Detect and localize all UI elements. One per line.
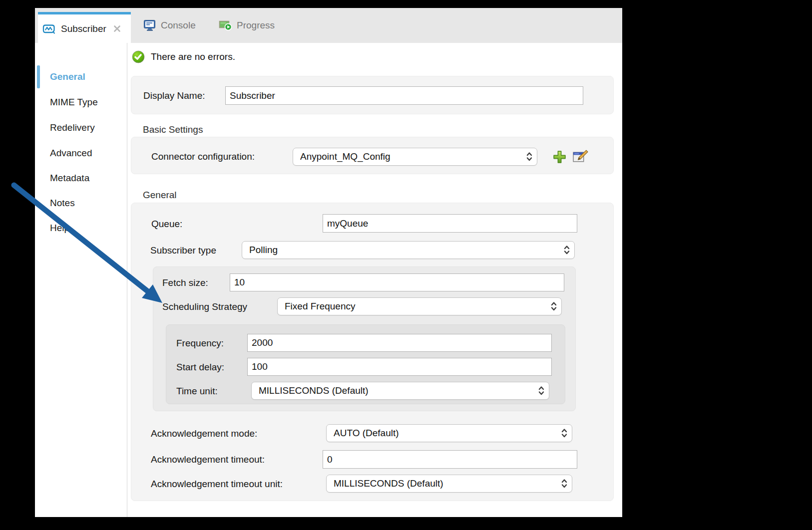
time-unit-select[interactable]: MILLISECONDS (Default) [251, 382, 549, 400]
frequency-input[interactable] [247, 334, 552, 352]
tab-bar: Subscriber Console [35, 8, 622, 43]
basic-settings-panel: Connector configuration: Anypoint_MQ_Con… [131, 137, 614, 174]
acknowledgement-timeout-unit-select[interactable]: MILLISECONDS (Default) [326, 475, 572, 493]
edit-config-icon[interactable] [572, 149, 589, 165]
sidebar-item-metadata[interactable]: Metadata [50, 166, 89, 191]
success-check-icon [131, 50, 145, 64]
display-name-input[interactable] [225, 86, 583, 105]
close-icon[interactable] [112, 24, 122, 33]
properties-window: Subscriber Console [35, 8, 622, 517]
acknowledgement-timeout-unit-label: Acknowledgement timeout unit: [151, 477, 283, 492]
display-name-label: Display Name: [143, 88, 205, 103]
mq-subscriber-icon [42, 22, 56, 35]
sidebar-item-notes[interactable]: Notes [50, 191, 75, 216]
progress-icon [219, 19, 233, 32]
active-item-indicator [37, 65, 40, 88]
subscriber-type-select[interactable]: Polling [242, 241, 575, 259]
queue-label: Queue: [151, 217, 182, 232]
polling-settings-panel: Fetch size: Scheduling Strategy Fixed Fr… [153, 266, 576, 411]
acknowledgement-timeout-input[interactable] [323, 450, 577, 469]
subscriber-type-label: Subscriber type [150, 243, 216, 258]
dropdown-stepper-icon [526, 151, 533, 162]
dropdown-stepper-icon [561, 428, 568, 439]
fixed-frequency-panel: Frequency: Start delay: Time unit: MILLI… [166, 324, 565, 404]
sidebar-item-general[interactable]: General [50, 64, 85, 89]
dropdown-stepper-icon [561, 478, 568, 489]
queue-input[interactable] [323, 214, 577, 233]
fetch-size-label: Fetch size: [162, 275, 208, 290]
sidebar: General MIME Type Redelivery Advanced Me… [35, 43, 127, 517]
tab-label: Console [161, 20, 196, 31]
sidebar-item-help[interactable]: Help [50, 216, 69, 241]
console-icon [143, 19, 157, 32]
start-delay-input[interactable] [247, 358, 552, 376]
connector-configuration-label: Connector configuration: [151, 149, 255, 164]
add-icon[interactable] [552, 150, 567, 164]
tab-console[interactable]: Console [143, 8, 196, 43]
tab-label: Subscriber [61, 23, 106, 34]
fetch-size-input[interactable] [230, 273, 564, 291]
general-panel: Queue: Subscriber type Polling Fetch siz… [131, 203, 614, 501]
display-name-panel: Display Name: [131, 76, 614, 114]
general-title: General [143, 188, 177, 202]
connector-configuration-select[interactable]: Anypoint_MQ_Config [293, 148, 537, 166]
status-message: There are no errors. [151, 50, 235, 64]
scheduling-strategy-select[interactable]: Fixed Frequency [277, 297, 562, 315]
dropdown-stepper-icon [538, 385, 545, 396]
acknowledgement-mode-label: Acknowledgement mode: [151, 426, 257, 441]
acknowledgement-mode-select[interactable]: AUTO (Default) [326, 424, 572, 442]
scheduling-strategy-label: Scheduling Strategy [162, 299, 247, 314]
tab-progress[interactable]: Progress [219, 8, 275, 43]
sidebar-item-advanced[interactable]: Advanced [50, 141, 92, 166]
basic-settings-title: Basic Settings [143, 123, 203, 137]
start-delay-label: Start delay: [176, 360, 224, 375]
acknowledgement-timeout-label: Acknowledgement timeout: [151, 452, 265, 467]
time-unit-label: Time unit: [176, 384, 218, 399]
sidebar-item-mime-type[interactable]: MIME Type [50, 90, 98, 115]
tab-label: Progress [237, 20, 275, 31]
sidebar-item-redelivery[interactable]: Redelivery [50, 115, 95, 140]
dropdown-stepper-icon [550, 301, 557, 312]
frequency-label: Frequency: [176, 336, 224, 351]
tab-subscriber[interactable]: Subscriber [38, 12, 131, 43]
dropdown-stepper-icon [563, 245, 570, 256]
